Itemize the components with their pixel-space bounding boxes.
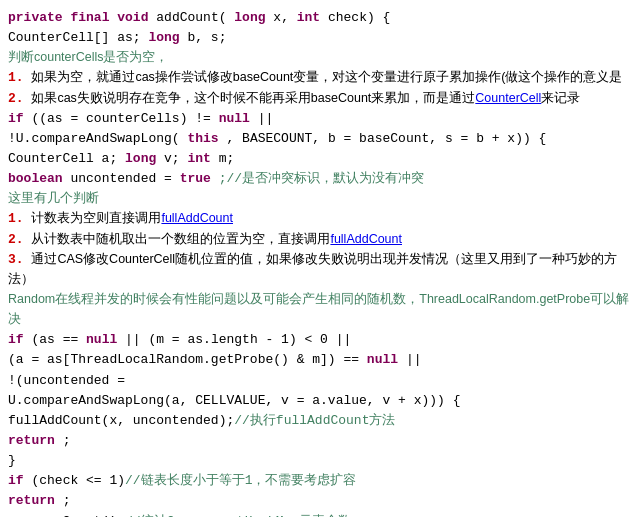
type-int: int (297, 10, 320, 25)
code-line-if1: if ((as = counterCells) != null || (0, 109, 640, 129)
keyword-null2: null (86, 332, 117, 347)
code-line-vars: CounterCell a; long v; int m; (0, 149, 640, 169)
counter-cell-link-1[interactable]: CounterCell (475, 91, 541, 105)
type-long3: long (125, 151, 156, 166)
type-long: long (234, 10, 265, 25)
full-add-count-link-2[interactable]: fullAddCount (330, 232, 402, 246)
note-num-4: 2. (8, 232, 24, 247)
note-text-1: 如果为空，就通过cas操作尝试修改baseCount变量，对这个变量进行原子累加… (31, 70, 622, 84)
keyword-return2: return (8, 493, 55, 508)
note-line-3: 1. 计数表为空则直接调用fullAddCount (0, 209, 640, 229)
keyword-null3: null (367, 352, 398, 367)
code-line-cas1: !U.compareAndSwapLong( this , BASECOUNT,… (0, 129, 640, 149)
code-line-uncontended: !(uncontended = (0, 371, 640, 391)
keyword-if2: if (8, 332, 24, 347)
note-line-2: 2. 如果cas失败说明存在竞争，这个时候不能再采用baseCount来累加，而… (0, 89, 640, 109)
note-text-4: 从计数表中随机取出一个数组的位置为空，直接调用 (31, 232, 330, 246)
note-num-5: 3. (8, 252, 24, 267)
note-text-3: 计数表为空则直接调用 (31, 211, 161, 225)
comment-text-3: Random在线程并发的时候会有性能问题以及可能会产生相同的随机数，Thread… (8, 292, 629, 326)
keyword-if3: if (8, 473, 24, 488)
keyword-return1: return (8, 433, 55, 448)
keyword-true: true (180, 171, 211, 186)
cn-comment-2: 这里有几个判断 (0, 189, 640, 209)
note-text-2b: 来记录 (541, 91, 580, 105)
code-line-close1: } (0, 451, 640, 471)
code-line-probe: (a = as[ThreadLocalRandom.getProbe() & m… (0, 350, 640, 370)
code-line-full-add: fullAddCount(x, uncontended);//执行fullAdd… (0, 411, 640, 431)
keyword-boolean: boolean (8, 171, 63, 186)
cn-comment-1: 判断counterCells是否为空， (0, 48, 640, 68)
keyword-this1: this (187, 131, 218, 146)
cn-comment-3: Random在线程并发的时候会有性能问题以及可能会产生相同的随机数，Thread… (0, 290, 640, 330)
code-line-return2: return ; (0, 491, 640, 511)
code-container: private final void addCount( long x, int… (0, 0, 640, 517)
code-line-bool: boolean uncontended = true ;//是否冲突标识，默认为… (0, 169, 640, 189)
keyword-void: void (117, 10, 148, 25)
note-text-5: 通过CAS修改CounterCell随机位置的值，如果修改失败说明出现并发情况（… (8, 252, 617, 286)
keyword-final: final (70, 10, 109, 25)
comment-text-1: 判断counterCells是否为空， (8, 50, 168, 64)
note-line-4: 2. 从计数表中随机取出一个数组的位置为空，直接调用fullAddCount (0, 230, 640, 250)
code-line-if2: if (as == null || (m = as.length - 1) < … (0, 330, 640, 350)
note-text-2: 如果cas失败说明存在竞争，这个时候不能再采用baseCount来累加，而是通过 (31, 91, 475, 105)
note-line-5: 3. 通过CAS修改CounterCell随机位置的值，如果修改失败说明出现并发… (0, 250, 640, 290)
code-line-1: private final void addCount( long x, int… (0, 8, 640, 28)
type-int2: int (187, 151, 210, 166)
note-num-3: 1. (8, 211, 24, 226)
code-line-return1: return ; (0, 431, 640, 451)
note-num-2: 2. (8, 91, 24, 106)
code-line-check: if (check <= 1)//链表长度小于等于1，不需要考虑扩容 (0, 471, 640, 491)
full-add-count-link-1[interactable]: fullAddCount (161, 211, 233, 225)
type-long2: long (148, 30, 179, 45)
keyword-null1: null (219, 111, 250, 126)
keyword-if1: if (8, 111, 24, 126)
code-line-2: CounterCell[] as; long b, s; (0, 28, 640, 48)
comment-text-2: 这里有几个判断 (8, 191, 99, 205)
code-line-sumcount: s = sumCount();//统计ConcurrentHashMap元素个数 (0, 512, 640, 517)
code-line-cas2: U.compareAndSwapLong(a, CELLVALUE, v = a… (0, 391, 640, 411)
keyword-private: private (8, 10, 63, 25)
note-num-1: 1. (8, 70, 24, 85)
note-line-1: 1. 如果为空，就通过cas操作尝试修改baseCount变量，对这个变量进行原… (0, 68, 640, 88)
